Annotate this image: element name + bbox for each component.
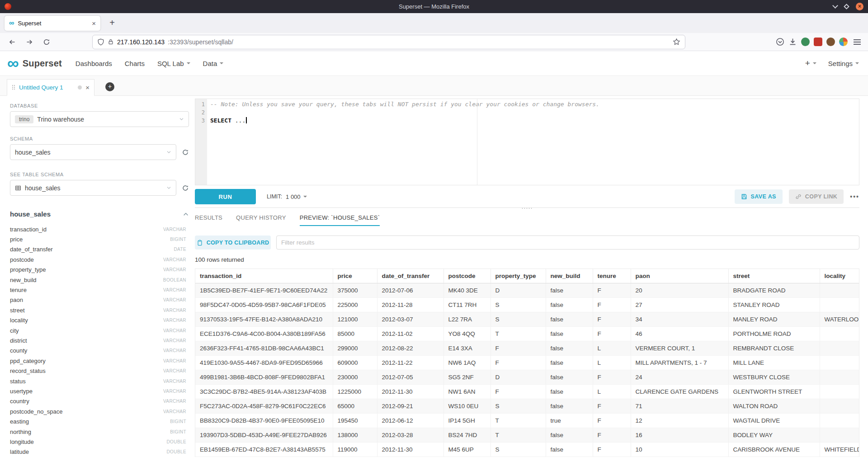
table-cell: NW1 6AN [443,385,491,399]
add-query-tab-button[interactable]: + [105,82,114,91]
table-value: house_sales [25,184,61,192]
lock-icon[interactable] [108,38,114,45]
table-cell: E14 3XA [443,341,491,356]
table-cell: BB8320C9-D82B-4B37-90E0-9FEE05095E10 [195,414,333,428]
table-cell: false [546,312,593,327]
table-row: 2636F323-FF41-4765-81DB-98CAA6A43BC12990… [195,341,859,356]
new-item-menu[interactable]: + [805,58,816,68]
column-type: DOUBLE [166,449,186,454]
window-close-icon[interactable]: × [856,3,863,10]
table-cell: BS24 7HD [443,428,491,443]
browser-toolbar: 217.160.120.143:32393/superset/sqllab/ [0,33,868,51]
column-name: longitude [10,438,166,445]
table-cell: 2012-08-22 [377,341,443,356]
column-header[interactable]: tenure [593,269,631,283]
schema-select[interactable]: house_sales [10,144,176,160]
extension-icon[interactable] [801,38,810,46]
column-header[interactable]: street [728,269,820,283]
table-cell: 3C3C29DC-B7B2-4BE5-914A-A38123AF403B [195,385,333,399]
table-cell: VERMEER COURT, 1 [631,341,728,356]
chevron-down-icon [179,117,184,122]
tracking-shield-icon[interactable] [97,38,104,46]
menu-icon[interactable] [854,42,861,42]
table-cell: 195450 [333,414,377,428]
drag-grip-icon[interactable] [12,85,15,90]
reload-button[interactable] [40,35,53,49]
results-tab[interactable]: QUERY HISTORY [236,214,286,226]
refresh-table-icon[interactable] [182,184,189,192]
filter-results-input[interactable] [276,236,859,250]
downloads-icon[interactable] [788,38,797,46]
sql-editor[interactable]: 1 2 3 -- Note: Unless you save your quer… [195,99,859,185]
resize-grip-icon[interactable] [521,207,533,210]
column-header[interactable]: date_of_transfer [377,269,443,283]
window-minimize-icon[interactable] [832,3,838,9]
browser-tab[interactable]: ∞ Superset × [5,16,100,31]
new-tab-button[interactable]: + [106,17,118,29]
table-cell: T [491,414,546,428]
table-cell: M45 6UP [443,443,491,457]
column-header[interactable]: postcode [443,269,491,283]
url-path: :32393/superset/sqllab/ [168,38,233,46]
table-cell: WAGTAIL DRIVE [728,414,820,428]
column-header[interactable]: paon [631,269,728,283]
column-header[interactable]: transaction_id [195,269,333,283]
editor-gutter: 1 2 3 [195,99,207,185]
back-button[interactable] [5,35,19,49]
column-header[interactable]: property_type [491,269,546,283]
table-cell: 2012-11-22 [377,356,443,370]
table-cell: false [546,443,593,457]
copy-to-clipboard-button[interactable]: COPY TO CLIPBOARD [195,236,271,250]
table-cell: EB1459EB-67ED-47C8-B2E7-A38143AB5575 [195,443,333,457]
table-row: 98F5DC47-0D05-4D59-95B7-98CA6F1FDE052250… [195,298,859,312]
column-header[interactable]: locality [820,269,859,283]
forward-button[interactable] [23,35,36,49]
results-tab[interactable]: RESULTS [195,214,222,226]
url-bar[interactable]: 217.160.120.143:32393/superset/sqllab/ [92,35,685,49]
schema-column-row: ppd_categoryVARCHAR [10,356,189,366]
nav-item-dashboards[interactable]: Dashboards [75,60,112,67]
editor-code[interactable]: -- Note: Unless you save your query, the… [207,99,599,185]
table-cell: YO8 4QQ [443,327,491,341]
results-tab[interactable]: PREVIEW: `HOUSE_SALES` [300,214,380,226]
more-options-icon[interactable]: ••• [850,193,859,200]
window-maximize-icon[interactable] [844,4,849,9]
extension-pinwheel-icon[interactable] [839,38,848,46]
tampermonkey-icon[interactable] [826,38,835,46]
table-cell: F [593,414,631,428]
nav-item-charts[interactable]: Charts [125,60,145,67]
table-cell: BODLEY WAY [728,428,820,443]
save-as-button[interactable]: SAVE AS [735,189,783,204]
table-cell: 1B5C39ED-BE7F-41EF-9E71-9C60EED74A22 [195,283,333,298]
table-row: 3C3C29DC-B7B2-4BE5-914A-A38123AF403B1225… [195,385,859,399]
nav-item-sql-lab[interactable]: SQL Lab [157,60,190,67]
table-cell: 230000 [333,370,377,385]
run-button[interactable]: RUN [195,189,256,204]
column-name: transaction_id [10,226,163,233]
schema-column-row: streetVARCHAR [10,305,189,315]
schema-column-row: latitudeDOUBLE [10,447,189,457]
tab-close-icon[interactable]: × [92,19,96,27]
table-cell: false [546,399,593,414]
table-select[interactable]: house_sales [10,180,176,196]
query-tab[interactable]: Untitled Query 1 × [7,79,94,96]
table-cell: SG5 2NF [443,370,491,385]
ublock-shield-icon[interactable] [814,38,822,46]
table-cell: WATERLOO [820,312,859,327]
table-cell: T [491,428,546,443]
settings-menu[interactable]: Settings [828,60,859,67]
pocket-icon[interactable] [776,38,784,46]
table-cell: 609000 [333,356,377,370]
nav-item-data[interactable]: Data [203,60,224,67]
column-header[interactable]: price [333,269,377,283]
column-type: VARCHAR [163,379,186,384]
query-tab-close-icon[interactable]: × [85,84,90,91]
refresh-schema-icon[interactable] [182,149,189,156]
table-cell: false [546,283,593,298]
column-header[interactable]: new_build [546,269,593,283]
collapse-chevron-up-icon[interactable] [183,211,189,217]
copy-link-button[interactable]: COPY LINK [789,189,844,204]
limit-dropdown[interactable]: LIMIT: 1 000 [267,193,307,200]
database-select[interactable]: trino Trino warehouse [10,111,189,127]
bookmark-star-icon[interactable] [673,38,680,46]
